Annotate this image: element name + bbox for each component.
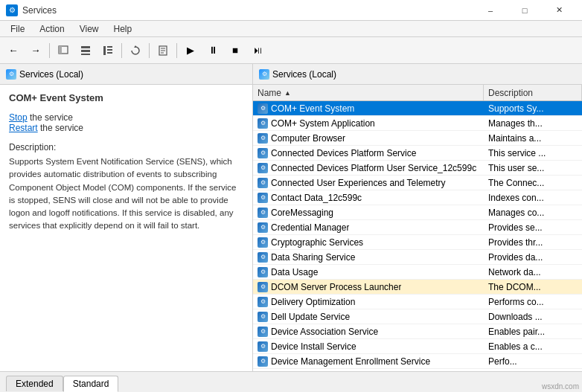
properties-button[interactable] <box>153 40 173 61</box>
cell-name: ⚙COM+ System Application <box>253 118 484 129</box>
table-row[interactable]: ⚙DCOM Server Process LauncherThe DCOM... <box>253 280 582 295</box>
sidebar-header: ⚙ Services (Local) <box>0 64 252 85</box>
cell-name: ⚙Data Sharing Service <box>253 251 484 263</box>
toolbar-sep-3 <box>149 43 150 58</box>
row-icon: ⚙ <box>258 312 268 322</box>
table-row[interactable]: ⚙Data Sharing ServiceProvides da... <box>253 250 582 265</box>
table-row[interactable]: ⚙Connected User Experiences and Telemetr… <box>253 176 582 190</box>
restart-button[interactable]: ⏯ <box>247 40 268 61</box>
restart-link[interactable]: Restart <box>9 123 38 133</box>
cell-name: ⚙Connected Devices Platform User Service… <box>253 162 484 174</box>
toolbar: ← → ▶ ⏸ ■ ⏯ <box>0 37 582 64</box>
refresh-button[interactable] <box>125 40 146 61</box>
row-icon: ⚙ <box>258 208 268 218</box>
restart-link-line: Restart the service <box>9 123 243 133</box>
menu-bar: File Action View Help <box>0 21 582 37</box>
table-row[interactable]: ⚙COM+ System ApplicationManages th... <box>253 116 582 131</box>
cell-desc: Network da... <box>484 266 582 278</box>
cell-name-text: Device Management Enrollment Service <box>271 356 430 367</box>
table-row[interactable]: ⚙Connected Devices Platform ServiceThis … <box>253 146 582 161</box>
maximize-button[interactable]: □ <box>508 0 542 21</box>
row-icon: ⚙ <box>258 341 268 352</box>
back-button[interactable]: ← <box>3 40 24 61</box>
stop-link[interactable]: Stop <box>9 112 28 123</box>
cell-name-text: Data Sharing Service <box>271 252 355 263</box>
svg-rect-2 <box>81 46 90 48</box>
description-label: Description: <box>9 142 243 152</box>
cell-desc: Downloads ... <box>484 311 582 323</box>
row-icon: ⚙ <box>258 148 268 158</box>
table-row[interactable]: ⚙COM+ Event SystemSupports Sy... <box>253 101 582 116</box>
close-button[interactable]: ✕ <box>542 0 576 21</box>
cell-name-text: Device Install Service <box>271 341 356 352</box>
table-header: Name ▲ Description <box>253 85 582 101</box>
list-view-button[interactable] <box>75 40 96 61</box>
stop-text: the service <box>28 112 73 123</box>
cell-desc: Indexes con... <box>484 192 582 204</box>
menu-file[interactable]: File <box>3 21 32 36</box>
stop-button[interactable]: ■ <box>225 40 246 61</box>
cell-desc: Provides da... <box>484 251 582 263</box>
svg-rect-4 <box>81 54 90 55</box>
cell-desc: Provides se... <box>484 222 582 234</box>
table-row[interactable]: ⚙Computer BrowserMaintains a... <box>253 131 582 146</box>
row-icon: ⚙ <box>258 327 268 337</box>
detail-view-button[interactable] <box>97 40 118 61</box>
tab-extended[interactable]: Extended <box>6 376 63 391</box>
toolbar-sep-1 <box>49 43 50 58</box>
cell-name: ⚙Connected Devices Platform Service <box>253 147 484 159</box>
cell-desc: This service ... <box>484 147 582 159</box>
table-row[interactable]: ⚙Credential ManagerProvides se... <box>253 220 582 235</box>
svg-rect-3 <box>81 50 90 52</box>
services-table: Name ▲ Description ⚙COM+ Event SystemSup… <box>253 85 582 371</box>
show-hide-button[interactable] <box>53 40 74 61</box>
watermark: wsxdn.com <box>542 382 579 391</box>
row-icon: ⚙ <box>258 103 268 114</box>
cell-name-text: COM+ System Application <box>271 118 375 129</box>
status-bar: Extended Standard <box>0 371 582 392</box>
table-row[interactable]: ⚙Contact Data_12c599cIndexes con... <box>253 190 582 205</box>
table-row[interactable]: ⚙Device Association ServiceEnables pair.… <box>253 324 582 339</box>
cell-name: ⚙Device Association Service <box>253 326 484 338</box>
play-button[interactable]: ▶ <box>180 40 201 61</box>
cell-desc: This user se... <box>484 162 582 174</box>
table-row[interactable]: ⚙Delivery OptimizationPerforms co... <box>253 295 582 309</box>
table-row[interactable]: ⚙Data UsageNetwork da... <box>253 265 582 280</box>
table-row[interactable]: ⚙Device Management Enrollment ServicePer… <box>253 354 582 369</box>
title-bar-text: Services <box>22 5 57 16</box>
svg-rect-5 <box>103 46 106 55</box>
table-row[interactable]: ⚙Device Install ServiceEnables a c... <box>253 339 582 354</box>
cell-name-text: Computer Browser <box>271 133 345 144</box>
table-row[interactable]: ⚙Connected Devices Platform User Service… <box>253 161 582 176</box>
restart-text: the service <box>38 123 83 133</box>
cell-name: ⚙Computer Browser <box>253 132 484 144</box>
cell-name-text: DCOM Server Process Launcher <box>271 282 401 292</box>
menu-view[interactable]: View <box>72 21 106 36</box>
col-header-name[interactable]: Name ▲ <box>253 85 484 100</box>
table-row[interactable]: ⚙CoreMessagingManages co... <box>253 205 582 220</box>
toolbar-sep-4 <box>176 43 177 58</box>
cell-name-text: Credential Manager <box>271 222 349 233</box>
table-body[interactable]: ⚙COM+ Event SystemSupports Sy...⚙COM+ Sy… <box>253 101 582 371</box>
row-icon: ⚙ <box>258 133 268 144</box>
cell-name-text: Dell Update Service <box>271 312 350 322</box>
pause-button[interactable]: ⏸ <box>202 40 223 61</box>
toolbar-sep-2 <box>121 43 122 58</box>
col-header-desc[interactable]: Description <box>484 85 582 100</box>
menu-action[interactable]: Action <box>32 21 71 36</box>
cell-name: ⚙DCOM Server Process Launcher <box>253 281 484 293</box>
cell-name: ⚙Cryptographic Services <box>253 237 484 248</box>
row-icon: ⚙ <box>258 118 268 129</box>
table-row[interactable]: ⚙Dell Update ServiceDownloads ... <box>253 309 582 324</box>
menu-help[interactable]: Help <box>106 21 140 36</box>
main-content: ⚙ Services (Local) COM+ Event System Sto… <box>0 64 582 371</box>
minimize-button[interactable]: – <box>473 0 508 21</box>
cell-name: ⚙Credential Manager <box>253 222 484 234</box>
forward-button[interactable]: → <box>25 40 46 61</box>
table-row[interactable]: ⚙Cryptographic ServicesProvides thr... <box>253 235 582 250</box>
cell-name: ⚙Device Management Enrollment Service <box>253 356 484 367</box>
right-panel: ⚙ Services (Local) Name ▲ Description ⚙C… <box>253 64 582 371</box>
cell-name-text: Cryptographic Services <box>271 237 363 248</box>
tab-standard[interactable]: Standard <box>63 376 119 392</box>
title-bar-left: ⚙ Services <box>6 4 57 16</box>
